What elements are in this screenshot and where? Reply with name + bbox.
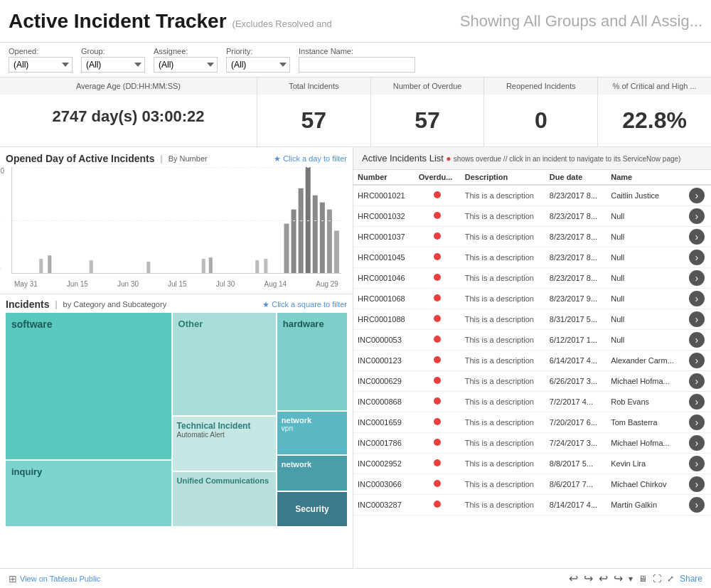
table-row[interactable]: HRC0001046 This is a description 8/23/20… xyxy=(353,268,711,289)
treemap-technical[interactable]: Technical Incident Automatic Alert xyxy=(173,417,276,471)
cell-due-date: 8/14/2017 4... xyxy=(545,495,606,515)
table-row[interactable]: INC0001786 This is a description 7/24/20… xyxy=(353,433,711,454)
cell-number: HRC0001068 xyxy=(353,289,415,309)
nav-arrow-button[interactable]: › xyxy=(689,250,705,265)
cell-nav[interactable]: › xyxy=(685,495,711,515)
footer-right: ↩ ↪ ↩ ↪ ▾ 🖥 ⛶ ⤢ Share xyxy=(569,572,702,585)
cell-nav[interactable]: › xyxy=(685,227,711,247)
redo-icon[interactable]: ↪ xyxy=(584,572,593,585)
nav-arrow-button[interactable]: › xyxy=(689,476,705,492)
nav-arrow-button[interactable]: › xyxy=(689,208,705,224)
cell-nav[interactable]: › xyxy=(685,268,711,289)
nav-arrow-button[interactable]: › xyxy=(689,373,705,389)
treemap-other[interactable]: Other xyxy=(173,313,276,415)
filter-opened: Opened: (All) xyxy=(9,47,73,73)
nav-arrow-button[interactable]: › xyxy=(689,415,705,430)
x-label-jun15: Jun 15 xyxy=(67,280,88,288)
table-row[interactable]: HRC0001088 This is a description 8/31/20… xyxy=(353,309,711,330)
cell-nav[interactable]: › xyxy=(685,371,711,392)
table-row[interactable]: INC0001659 This is a description 7/20/20… xyxy=(353,412,711,433)
treemap-network-bot[interactable]: network xyxy=(277,456,347,490)
filter-opened-select[interactable]: (All) xyxy=(9,57,73,73)
nav-arrow-button[interactable]: › xyxy=(689,188,705,203)
undo2-icon[interactable]: ↩ xyxy=(599,572,608,585)
table-row[interactable]: INC0000123 This is a description 6/14/20… xyxy=(353,351,711,371)
filter-assignee-select[interactable]: (All) xyxy=(154,57,218,73)
overdue-indicator xyxy=(434,480,441,487)
overdue-indicator xyxy=(434,377,441,384)
nav-arrow-button[interactable]: › xyxy=(689,497,705,513)
nav-arrow-button[interactable]: › xyxy=(689,435,705,451)
treemap-network-vpn[interactable]: network vpn xyxy=(277,412,347,454)
cell-name: Martin Galkin xyxy=(606,495,685,515)
nav-arrow-button[interactable]: › xyxy=(689,229,705,245)
cell-overdue xyxy=(415,371,461,392)
cell-nav[interactable]: › xyxy=(685,412,711,433)
table-row[interactable]: INC0000868 This is a description 7/2/201… xyxy=(353,392,711,412)
treemap-hardware[interactable]: hardware xyxy=(277,313,347,410)
cell-nav[interactable]: › xyxy=(685,454,711,474)
table-row[interactable]: INC0000629 This is a description 6/26/20… xyxy=(353,371,711,392)
kpi-critical: % of Critical and High ... 22.8% xyxy=(598,77,711,146)
monitor-icon[interactable]: 🖥 xyxy=(638,574,647,584)
nav-arrow-button[interactable]: › xyxy=(689,311,705,327)
table-row[interactable]: HRC0001037 This is a description 8/23/20… xyxy=(353,227,711,247)
table-row[interactable]: HRC0001032 This is a description 8/23/20… xyxy=(353,206,711,227)
cell-overdue xyxy=(415,185,461,206)
left-panel: Opened Day of Active Incidents | By Numb… xyxy=(0,147,353,568)
nav-arrow-button[interactable]: › xyxy=(689,270,705,286)
nav-arrow-button[interactable]: › xyxy=(689,291,705,306)
chart-filter-link[interactable]: Click a day to filter xyxy=(274,154,347,164)
table-row[interactable]: HRC0001045 This is a description 8/23/20… xyxy=(353,247,711,268)
cell-nav[interactable]: › xyxy=(685,392,711,412)
cell-nav[interactable]: › xyxy=(685,309,711,330)
nav-arrow-button[interactable]: › xyxy=(689,353,705,368)
share-icon[interactable]: ⤢ xyxy=(667,574,674,584)
cell-nav[interactable]: › xyxy=(685,474,711,495)
filter-priority-select[interactable]: (All) xyxy=(226,57,290,73)
filter-instance-input[interactable] xyxy=(299,57,415,73)
overdue-dot-icon: ● xyxy=(446,154,451,164)
share-label[interactable]: Share xyxy=(680,574,702,584)
col-description: Description xyxy=(461,170,545,185)
treemap-unified[interactable]: Unified Communications xyxy=(173,472,276,526)
nav-arrow-button[interactable]: › xyxy=(689,332,705,348)
cell-nav[interactable]: › xyxy=(685,289,711,309)
table-row[interactable]: INC0002952 This is a description 8/8/201… xyxy=(353,454,711,474)
nav-arrow-button[interactable]: › xyxy=(689,456,705,471)
nav-arrow-button[interactable]: › xyxy=(689,394,705,410)
cell-nav[interactable]: › xyxy=(685,206,711,227)
table-row[interactable]: HRC0001068 This is a description 8/23/20… xyxy=(353,289,711,309)
filter-group-select[interactable]: (All) xyxy=(81,57,145,73)
cell-number: HRC0001045 xyxy=(353,247,415,268)
x-label-jun30: Jun 30 xyxy=(117,280,139,288)
cell-description: This is a description xyxy=(461,289,545,309)
fullscreen-icon[interactable]: ⛶ xyxy=(653,574,661,584)
table-row[interactable]: HRC0001021 This is a description 8/23/20… xyxy=(353,185,711,206)
cell-name: Michael Hofma... xyxy=(606,371,685,392)
treemap-filter-link[interactable]: Click a square to filter xyxy=(262,300,347,309)
cell-due-date: 8/6/2017 7... xyxy=(545,474,606,495)
cell-nav[interactable]: › xyxy=(685,330,711,351)
treemap-software[interactable]: software xyxy=(6,313,171,459)
tableau-link[interactable]: View on Tableau Public xyxy=(20,574,100,583)
undo-icon[interactable]: ↩ xyxy=(569,572,578,585)
dropdown-icon[interactable]: ▾ xyxy=(629,574,633,584)
cell-due-date: 6/12/2017 1... xyxy=(545,330,606,351)
table-row[interactable]: INC0000053 This is a description 6/12/20… xyxy=(353,330,711,351)
overdue-indicator xyxy=(434,191,441,198)
cell-nav[interactable]: › xyxy=(685,433,711,454)
kpi-critical-value: 22.8% xyxy=(606,100,702,141)
svg-rect-5 xyxy=(209,257,213,273)
cell-nav[interactable]: › xyxy=(685,185,711,206)
treemap-security[interactable]: Security xyxy=(277,492,347,526)
redo2-icon[interactable]: ↪ xyxy=(614,572,623,585)
cell-number: HRC0001021 xyxy=(353,185,415,206)
table-row[interactable]: INC0003287 This is a description 8/14/20… xyxy=(353,495,711,515)
table-row[interactable]: INC0003066 This is a description 8/6/201… xyxy=(353,474,711,495)
cell-nav[interactable]: › xyxy=(685,247,711,268)
cell-nav[interactable]: › xyxy=(685,351,711,371)
cell-number: INC0002952 xyxy=(353,454,415,474)
treemap-inquiry[interactable]: inquiry xyxy=(6,461,171,526)
cell-overdue xyxy=(415,330,461,351)
